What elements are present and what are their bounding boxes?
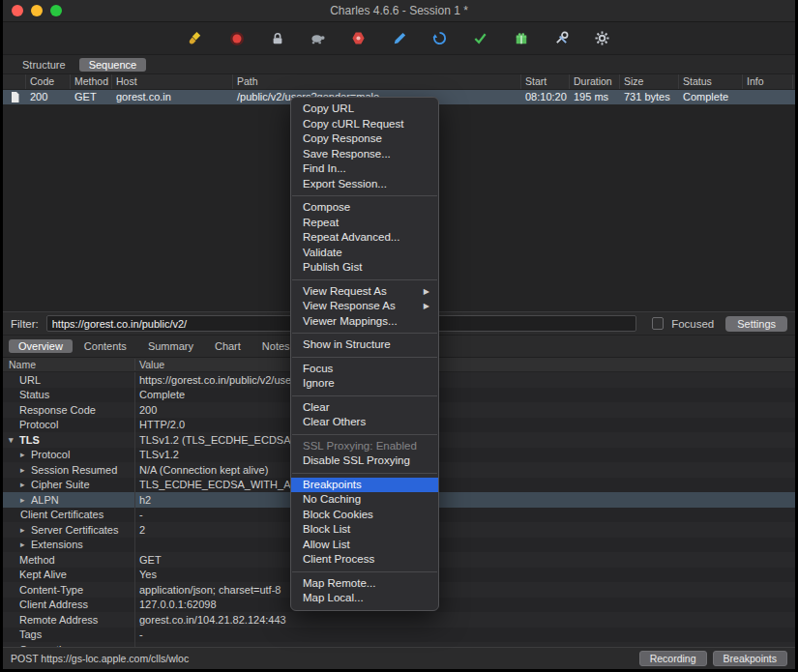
menu-item-repeat[interactable]: Repeat	[291, 216, 438, 231]
menu-item-view-request-as[interactable]: View Request As▶	[291, 284, 438, 300]
menu-separator	[292, 357, 437, 358]
row-cell-info[interactable]	[743, 90, 793, 104]
menu-item-label: Focus	[303, 362, 333, 377]
menu-item-copy-url[interactable]: Copy URL	[291, 102, 438, 117]
menu-item-breakpoints[interactable]: Breakpoints	[291, 478, 438, 493]
menu-item-clear-others[interactable]: Clear Others	[291, 415, 438, 430]
property-name-cell: ▸Protocol	[3, 448, 135, 463]
focused-checkbox[interactable]	[652, 317, 665, 330]
row-cell-duration[interactable]: 195 ms	[570, 90, 620, 104]
property-value: https://gorest.co.in/public/v2/user	[135, 374, 795, 386]
column-header-size[interactable]: Size	[620, 74, 679, 89]
column-header-duration[interactable]: Duration	[570, 74, 620, 89]
column-header-host[interactable]: Host	[112, 74, 233, 89]
status-bar-message: POST https://gs-loc.apple.com/clls/wloc	[11, 653, 634, 664]
menu-item-client-process[interactable]: Client Process	[291, 552, 438, 568]
compose-icon[interactable]	[391, 30, 408, 47]
column-header-path[interactable]: Path	[233, 74, 521, 89]
property-name: Method	[19, 554, 55, 566]
expand-arrow-icon[interactable]: ▸	[20, 525, 31, 535]
menu-item-clear[interactable]: Clear	[291, 400, 438, 416]
settings-button[interactable]: Settings	[725, 316, 787, 332]
expand-arrow-icon[interactable]: ▸	[20, 495, 31, 505]
expand-arrow-icon[interactable]: ▸	[20, 465, 31, 475]
property-name-cell: Kept Alive	[3, 568, 135, 583]
menu-item-allow-list[interactable]: Allow List	[291, 538, 438, 553]
tab-chart[interactable]: Chart	[205, 339, 251, 353]
property-name-cell: Protocol	[3, 418, 135, 433]
tools-icon[interactable]	[553, 30, 571, 47]
menu-item-label: Copy URL	[303, 102, 354, 117]
row-cell-start[interactable]: 08:10:20	[521, 90, 570, 104]
overview-row-remote-address[interactable]: Remote Addressgorest.co.in/104.21.82.124…	[3, 612, 795, 628]
validate-icon[interactable]	[472, 30, 489, 47]
expand-arrow-icon[interactable]: ▸	[20, 450, 31, 459]
breakpoints-icon[interactable]	[350, 30, 368, 47]
menu-item-compose[interactable]: Compose	[291, 200, 438, 216]
menu-item-block-list[interactable]: Block List	[291, 522, 438, 538]
menu-item-label: View Response As	[303, 299, 396, 314]
row-cell-status[interactable]: Complete	[679, 90, 743, 104]
menu-item-viewer-mappings[interactable]: Viewer Mappings...	[291, 314, 438, 330]
expand-arrow-icon[interactable]: ▸	[20, 480, 31, 489]
menu-item-validate[interactable]: Validate	[291, 246, 438, 261]
menu-item-copy-curl-request[interactable]: Copy cURL Request	[291, 117, 438, 132]
menu-item-show-in-structure[interactable]: Show in Structure	[291, 337, 438, 353]
menu-item-map-remote[interactable]: Map Remote...	[291, 576, 438, 592]
menu-item-repeat-advanced[interactable]: Repeat Advanced...	[291, 230, 438, 246]
expand-arrow-icon[interactable]: ▸	[20, 540, 31, 549]
gift-icon[interactable]	[513, 30, 530, 47]
overview-column-value[interactable]: Value	[135, 359, 164, 370]
tab-contents[interactable]: Contents	[74, 339, 136, 353]
recording-button[interactable]: Recording	[639, 651, 707, 666]
row-cell-code[interactable]: 200	[26, 90, 71, 104]
menu-item-no-caching[interactable]: No Caching	[291, 492, 438, 508]
property-value: Yes	[135, 569, 795, 580]
menu-separator	[292, 571, 437, 572]
menu-item-label: Map Local...	[303, 591, 364, 606]
column-header-status[interactable]: Status	[679, 74, 743, 89]
menu-item-label: Publish Gist	[303, 260, 362, 276]
menu-item-view-response-as[interactable]: View Response As▶	[291, 299, 438, 314]
overview-row-tags[interactable]: Tags-	[3, 628, 795, 643]
menu-item-label: Ignore	[303, 376, 335, 392]
breakpoints-button[interactable]: Breakpoints	[713, 651, 787, 666]
submenu-arrow-icon: ▶	[424, 299, 429, 314]
row-cell-method[interactable]: GET	[71, 90, 112, 104]
column-header-method[interactable]: Method	[71, 74, 112, 89]
menu-item-label: Save Response...	[303, 147, 391, 162]
row-cell-size[interactable]: 731 bytes	[620, 90, 679, 104]
throttle-icon[interactable]	[310, 30, 327, 47]
ssl-lock-icon[interactable]	[269, 30, 286, 47]
clear-icon[interactable]	[188, 30, 205, 47]
row-cell-host[interactable]: gorest.co.in	[112, 90, 233, 104]
tab-structure[interactable]: Structure	[13, 58, 75, 72]
menu-item-copy-response[interactable]: Copy Response	[291, 131, 438, 147]
menu-item-focus[interactable]: Focus	[291, 362, 438, 377]
column-header-start[interactable]: Start	[521, 74, 570, 89]
repeat-icon[interactable]	[431, 30, 449, 47]
menu-item-label: Disable SSL Proxying	[303, 453, 410, 469]
property-name: Protocol	[31, 449, 70, 460]
property-name: Remote Address	[19, 614, 98, 626]
overview-column-name[interactable]: Name	[3, 359, 135, 370]
menu-item-block-cookies[interactable]: Block Cookies	[291, 508, 438, 523]
menu-item-publish-gist[interactable]: Publish Gist	[291, 260, 438, 276]
record-icon[interactable]	[228, 30, 246, 47]
collapse-arrow-icon[interactable]: ▾	[9, 435, 19, 445]
focused-label: Focused	[671, 318, 714, 330]
menu-item-map-local[interactable]: Map Local...	[291, 591, 438, 606]
settings-icon[interactable]	[594, 30, 611, 47]
column-header-info[interactable]: Info	[743, 74, 793, 89]
menu-item-find-in[interactable]: Find In...	[291, 161, 438, 177]
menu-item-export-session[interactable]: Export Session...	[291, 177, 438, 192]
menu-item-save-response[interactable]: Save Response...	[291, 147, 438, 162]
tab-sequence[interactable]: Sequence	[79, 58, 147, 72]
menu-item-label: View Request As	[303, 284, 387, 300]
menu-item-disable-ssl-proxying[interactable]: Disable SSL Proxying	[291, 453, 438, 469]
tab-overview[interactable]: Overview	[9, 339, 73, 353]
tab-summary[interactable]: Summary	[138, 339, 203, 353]
column-header-code[interactable]: Code	[26, 74, 71, 89]
menu-item-ignore[interactable]: Ignore	[291, 376, 438, 392]
property-value: 127.0.0.1:62098	[135, 599, 795, 610]
